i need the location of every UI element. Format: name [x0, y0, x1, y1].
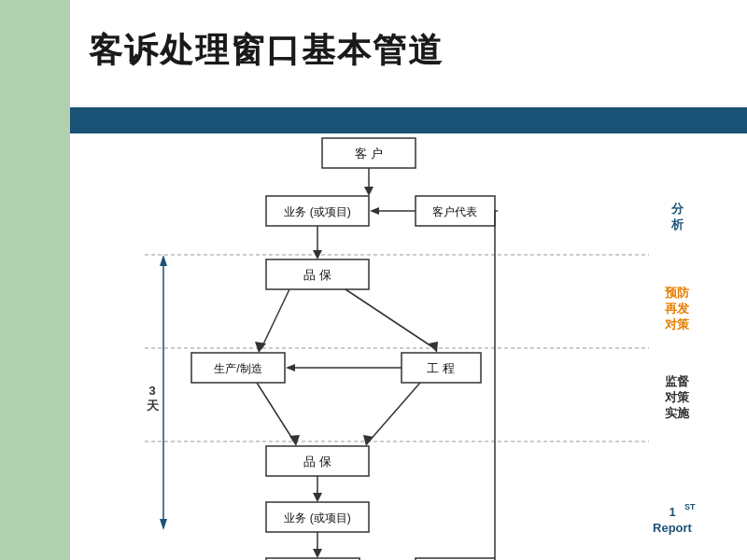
svg-text:分: 分	[670, 202, 684, 216]
svg-text:对策: 对策	[664, 317, 690, 331]
svg-marker-32	[313, 493, 322, 502]
production-label: 生产/制造	[214, 362, 261, 375]
svg-line-18	[261, 289, 289, 348]
main-content: 3 天 客 户 业务 (或项目) 客户代表 品 保 生产/制造	[70, 133, 747, 560]
svg-marker-16	[313, 250, 322, 259]
svg-line-28	[369, 383, 420, 441]
diagram-svg: 3 天 客 户 业务 (或项目) 客户代表 品 保 生产/制造	[70, 133, 747, 560]
svg-marker-14	[370, 207, 379, 215]
svg-marker-10	[364, 187, 374, 196]
svg-text:监督: 监督	[665, 374, 690, 388]
svg-marker-27	[289, 435, 300, 446]
svg-text:预防: 预防	[665, 286, 690, 300]
svg-line-20	[345, 289, 434, 348]
svg-marker-19	[255, 342, 266, 353]
business-bottom-label: 业务 (或项目)	[284, 511, 350, 525]
svg-text:1: 1	[669, 505, 675, 519]
svg-text:再发: 再发	[665, 301, 689, 315]
svg-text:析: 析	[670, 217, 684, 231]
quality2-label: 品 保	[303, 455, 331, 469]
customer-rep-top-label: 客户代表	[432, 205, 477, 218]
svg-marker-25	[286, 364, 295, 371]
title-area: 客诉处理窗口基本管道	[70, 28, 747, 74]
svg-text:实施: 实施	[664, 406, 690, 420]
svg-text:3: 3	[148, 384, 155, 398]
side-panel	[0, 0, 70, 560]
svg-marker-5	[160, 519, 167, 530]
customer-top-label: 客 户	[355, 147, 383, 161]
svg-text:ST: ST	[684, 502, 696, 511]
svg-marker-29	[363, 435, 374, 446]
quality1-label: 品 保	[303, 268, 331, 282]
svg-line-26	[257, 383, 294, 441]
teal-bar	[70, 107, 747, 133]
svg-text:对策: 对策	[664, 390, 690, 404]
svg-marker-4	[160, 255, 167, 266]
engineering-label: 工 程	[427, 361, 455, 375]
svg-text:天: 天	[146, 399, 160, 413]
svg-marker-21	[429, 342, 438, 353]
svg-text:Report: Report	[653, 521, 693, 535]
business-top-label: 业务 (或项目)	[284, 205, 350, 218]
page-title: 客诉处理窗口基本管道	[70, 28, 747, 74]
svg-marker-35	[313, 549, 322, 558]
